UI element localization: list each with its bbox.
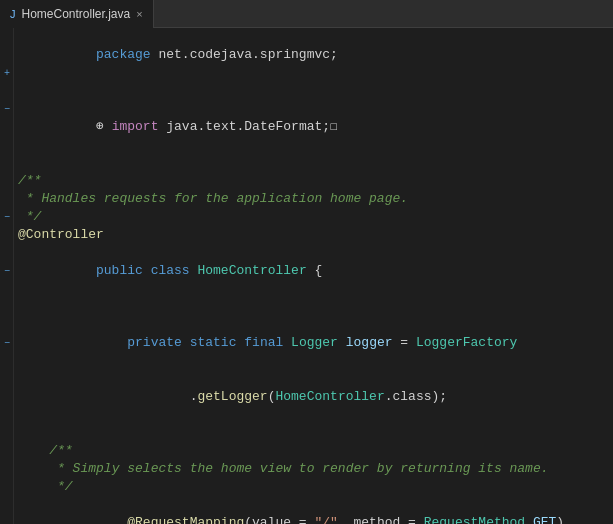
code-line: * Handles requests for the application h… <box>18 190 613 208</box>
code-line <box>18 424 613 442</box>
code-area[interactable]: package net.codejava.springmvc; ⊕ import… <box>14 28 613 524</box>
editor-container: J HomeController.java × + − − − − <box>0 0 613 524</box>
gutter-line <box>0 28 14 46</box>
gutter-line <box>0 82 14 100</box>
code-line <box>18 154 613 172</box>
gutter-fold-javadoc2[interactable]: − <box>0 262 14 280</box>
editor-tab[interactable]: J HomeController.java × <box>0 0 154 28</box>
gutter-fold-field[interactable]: − <box>0 208 14 226</box>
code-line: ⊕ import java.text.DateFormat;☐ <box>18 100 613 154</box>
code-line: @RequestMapping(value = "/", method = Re… <box>18 496 613 524</box>
code-line: * Simply selects the home view to render… <box>18 460 613 478</box>
code-line <box>18 82 613 100</box>
code-line: */ <box>18 208 613 226</box>
gutter-line <box>0 280 14 298</box>
tab-icon: J <box>10 8 16 20</box>
code-line: /** <box>18 442 613 460</box>
gutter-line <box>0 298 14 316</box>
line-content: package net.codejava.springmvc; <box>18 28 613 82</box>
gutter-line <box>0 154 14 172</box>
editor-body: + − − − − package net.codejava.springmvc… <box>0 28 613 524</box>
tab-bar: J HomeController.java × <box>0 0 613 28</box>
gutter-line <box>0 46 14 64</box>
line-content: ⊕ import java.text.DateFormat;☐ <box>18 100 613 154</box>
code-line <box>18 298 613 316</box>
gutter-fold-import[interactable]: + <box>0 64 14 82</box>
tab-filename: HomeController.java <box>22 7 131 21</box>
gutter-line <box>0 136 14 154</box>
code-line: /** <box>18 172 613 190</box>
gutter-line <box>0 172 14 190</box>
code-gutter: + − − − − <box>0 28 14 524</box>
tab-close-button[interactable]: × <box>136 8 142 20</box>
gutter-line <box>0 226 14 244</box>
code-line: .getLogger(HomeController.class); <box>18 370 613 424</box>
gutter-fold-method[interactable]: − <box>0 334 14 352</box>
code-line: public class HomeController { <box>18 244 613 298</box>
gutter-line <box>0 190 14 208</box>
code-line: */ <box>18 478 613 496</box>
code-line: package net.codejava.springmvc; <box>18 28 613 82</box>
gutter-line <box>0 244 14 262</box>
code-line: @Controller <box>18 226 613 244</box>
gutter-line <box>0 118 14 136</box>
gutter-fold-javadoc1[interactable]: − <box>0 100 14 118</box>
gutter-line <box>0 316 14 334</box>
code-line: private static final Logger logger = Log… <box>18 316 613 370</box>
